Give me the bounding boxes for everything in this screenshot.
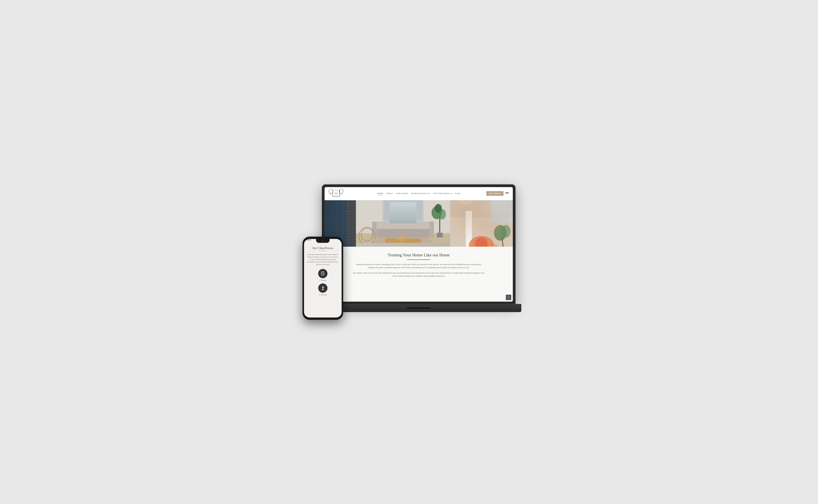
logo-icon: Into The Garden Room (329, 188, 344, 199)
content-title: Treating Your Home Like our Home (388, 252, 450, 258)
svg-rect-18 (347, 200, 356, 247)
content-section: Treating Your Home Like our Home Making … (325, 247, 513, 302)
step-2-label: 2. Site Visit (319, 294, 327, 296)
phone-description: Although everybody's garden room project… (307, 253, 339, 266)
nav-item-blog[interactable]: BLOG (455, 192, 460, 195)
svg-rect-26 (384, 200, 422, 220)
svg-point-56 (494, 225, 507, 241)
laptop: Into The Garden Room HOME ABOUT OUR ROOM… (322, 184, 515, 312)
phone-body: Our 5 Step Process Although everybody's … (303, 237, 343, 320)
scroll-up-button[interactable]: ⇧ (506, 295, 511, 300)
svg-point-50 (484, 200, 510, 217)
svg-rect-59 (321, 272, 324, 275)
phone-dot-1 (306, 239, 307, 240)
svg-rect-22 (348, 231, 355, 232)
svg-rect-19 (348, 208, 355, 209)
get-quote-button[interactable]: GET QUOTE (486, 191, 503, 196)
nav-item-about[interactable]: ABOUT (386, 192, 393, 195)
enquiry-icon (321, 271, 325, 276)
phone-screen: Our 5 Step Process Although everybody's … (304, 239, 342, 317)
svg-point-45 (435, 204, 442, 213)
svg-point-53 (469, 236, 494, 246)
scene: Into The Garden Room HOME ABOUT OUR ROOM… (303, 184, 515, 320)
title-divider (407, 259, 430, 260)
nav-item-finer[interactable]: THE FINER DETAILS (433, 192, 452, 195)
hero-panel-center (356, 200, 450, 247)
step-1-label: 1. Enquiry (319, 279, 326, 281)
svg-rect-47 (450, 200, 513, 247)
nav-item-working[interactable]: WORKING WITH US (411, 192, 430, 195)
svg-text:Garden: Garden (335, 193, 338, 194)
svg-point-49 (456, 200, 475, 205)
nav-item-home[interactable]: HOME (377, 192, 383, 195)
hero-panel-right (450, 200, 513, 247)
laptop-screen: Into The Garden Room HOME ABOUT OUR ROOM… (325, 187, 513, 302)
phone-notch (316, 239, 330, 243)
hero-grid (325, 200, 513, 247)
svg-rect-48 (450, 200, 513, 217)
svg-rect-51 (466, 211, 472, 247)
site-visit-icon (321, 286, 325, 290)
svg-point-0 (329, 189, 333, 193)
logo-area: Into The Garden Room (329, 188, 352, 199)
laptop-base (316, 304, 521, 312)
svg-point-58 (489, 244, 499, 247)
svg-text:Room: Room (335, 195, 337, 196)
content-para-1: Making the decision to invest in develop… (353, 263, 484, 269)
svg-rect-54 (475, 237, 488, 246)
phone-step-1: 1. Enquiry (318, 269, 328, 281)
step-1-circle (318, 269, 328, 278)
phone-divider (319, 251, 327, 251)
website-header: Into The Garden Room HOME ABOUT OUR ROOM… (325, 187, 513, 200)
svg-point-37 (397, 236, 406, 241)
laptop-body: Into The Garden Room HOME ABOUT OUR ROOM… (322, 184, 515, 304)
phone: Our 5 Step Process Although everybody's … (303, 237, 343, 320)
svg-text:Into The: Into The (335, 192, 338, 193)
content-para-2: Our simple 5-step process has been desig… (353, 271, 484, 278)
phone-dots (306, 239, 311, 240)
svg-point-2 (339, 189, 343, 193)
svg-rect-33 (430, 222, 434, 238)
phone-dot-3 (310, 239, 311, 240)
svg-rect-52 (491, 200, 513, 223)
phone-content: Our 5 Step Process Although everybody's … (304, 244, 342, 298)
phone-step-2: 2. Site Visit (318, 283, 328, 296)
phone-dot-2 (308, 239, 309, 240)
svg-rect-21 (348, 223, 355, 224)
nav-item-rooms[interactable]: OUR ROOMS (396, 192, 408, 195)
laptop-screen-bezel: Into The Garden Room HOME ABOUT OUR ROOM… (325, 187, 513, 302)
phone-title: Our 5 Step Process (313, 247, 333, 250)
nav-area: HOME ABOUT OUR ROOMS WORKING WITH US THE… (352, 192, 486, 195)
svg-rect-46 (437, 233, 443, 237)
svg-line-55 (502, 236, 505, 246)
menu-icon[interactable] (505, 192, 509, 195)
step-2-circle (318, 283, 328, 293)
svg-point-57 (501, 225, 511, 238)
svg-rect-20 (348, 216, 355, 216)
